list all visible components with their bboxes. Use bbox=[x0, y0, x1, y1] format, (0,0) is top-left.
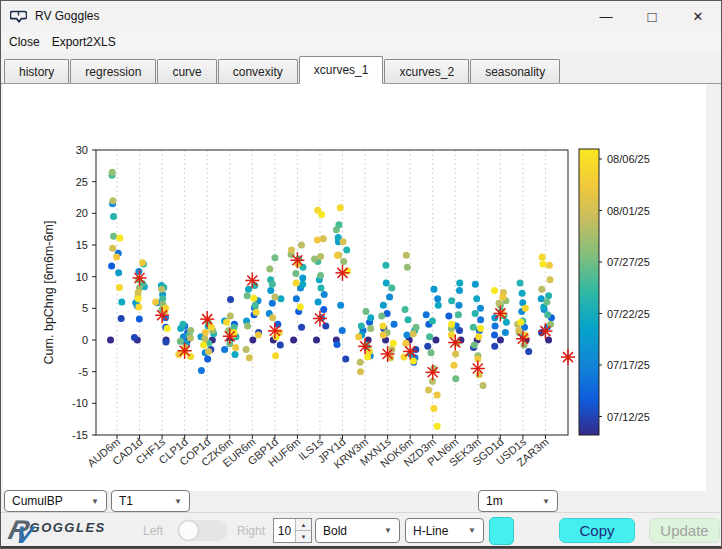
data-point bbox=[538, 286, 545, 293]
data-point bbox=[320, 235, 327, 242]
data-point bbox=[425, 387, 432, 394]
data-point bbox=[402, 306, 409, 313]
tab-curve[interactable]: curve bbox=[157, 59, 216, 83]
data-point bbox=[204, 355, 211, 362]
data-point bbox=[318, 211, 325, 218]
data-point bbox=[249, 337, 256, 344]
font-size-spinner[interactable]: 10 ▲ ▼ bbox=[273, 518, 312, 543]
data-point bbox=[380, 331, 387, 338]
data-point bbox=[448, 297, 455, 304]
goggles-app-icon bbox=[10, 9, 27, 24]
tab-regression[interactable]: regression bbox=[70, 59, 156, 83]
data-point bbox=[109, 197, 116, 204]
data-point bbox=[198, 367, 205, 374]
data-point bbox=[435, 302, 442, 309]
tab-xcurves-1[interactable]: xcurves_1 bbox=[299, 56, 384, 84]
tab-xcurves-2[interactable]: xcurves_2 bbox=[384, 59, 469, 83]
rv-goggles-logo: R V GOGGLES bbox=[9, 516, 106, 544]
svg-text:-5: -5 bbox=[78, 366, 88, 378]
data-point bbox=[456, 280, 463, 287]
minimize-button[interactable]: — bbox=[583, 1, 629, 31]
t1-select[interactable]: T1 ▼ bbox=[111, 490, 190, 512]
menu-item-close[interactable]: Close bbox=[1, 35, 46, 49]
svg-text:10: 10 bbox=[76, 271, 88, 283]
update-button[interactable]: Update bbox=[649, 518, 720, 543]
chevron-down-icon: ▼ bbox=[174, 497, 189, 506]
data-point bbox=[367, 325, 374, 332]
chevron-down-icon: ▼ bbox=[542, 497, 557, 506]
star-marker bbox=[561, 349, 575, 365]
data-point bbox=[320, 306, 327, 313]
menu-item-export2xls[interactable]: Export2XLS bbox=[46, 35, 122, 49]
tab-strip: history regression curve convexity xcurv… bbox=[1, 55, 721, 84]
data-point bbox=[202, 329, 209, 336]
data-point bbox=[205, 348, 212, 355]
data-point bbox=[525, 348, 532, 355]
svg-text:07/22/25: 07/22/25 bbox=[607, 308, 650, 320]
tab-convexity[interactable]: convexity bbox=[218, 59, 298, 83]
font-weight-select[interactable]: Bold ▼ bbox=[315, 518, 400, 543]
data-point bbox=[252, 302, 259, 309]
data-point bbox=[519, 290, 526, 297]
data-point bbox=[423, 311, 430, 318]
svg-text:-10: -10 bbox=[72, 397, 88, 409]
svg-text:Cum. bpChng [6m6m-6m]: Cum. bpChng [6m6m-6m] bbox=[42, 221, 56, 365]
tab-seasonality[interactable]: seasonality bbox=[470, 59, 560, 83]
star-marker bbox=[426, 364, 440, 380]
data-point bbox=[116, 235, 123, 242]
data-point bbox=[492, 323, 499, 330]
data-point bbox=[163, 338, 170, 345]
data-point bbox=[272, 293, 279, 300]
copy-button[interactable]: Copy bbox=[559, 518, 635, 543]
maximize-button[interactable]: □ bbox=[629, 1, 675, 31]
data-point bbox=[473, 295, 480, 302]
spinner-up-button[interactable]: ▲ bbox=[296, 519, 311, 531]
data-point bbox=[322, 323, 329, 330]
data-point bbox=[269, 300, 276, 307]
data-point bbox=[108, 262, 115, 269]
data-point bbox=[269, 281, 276, 288]
caption-buttons: — □ ✕ bbox=[583, 1, 721, 31]
data-point bbox=[386, 293, 393, 300]
data-point bbox=[517, 319, 524, 326]
data-point bbox=[522, 305, 529, 312]
data-point bbox=[115, 269, 122, 276]
data-point bbox=[317, 253, 324, 260]
data-point bbox=[187, 335, 194, 342]
data-point bbox=[107, 337, 114, 344]
tab-history[interactable]: history bbox=[4, 59, 69, 83]
chevron-down-icon: ▼ bbox=[384, 526, 399, 535]
data-point bbox=[495, 300, 502, 307]
color-chip-button[interactable] bbox=[489, 517, 514, 545]
data-point bbox=[424, 343, 431, 350]
close-button[interactable]: ✕ bbox=[675, 1, 721, 31]
svg-text:-15: -15 bbox=[72, 429, 88, 441]
data-point bbox=[298, 324, 305, 331]
left-right-toggle[interactable] bbox=[178, 520, 228, 541]
data-point bbox=[158, 286, 165, 293]
data-point bbox=[245, 286, 252, 293]
series-type-select[interactable]: CumulBP ▼ bbox=[4, 490, 107, 512]
data-point bbox=[499, 293, 506, 300]
chevron-down-icon: ▼ bbox=[91, 497, 106, 506]
data-point bbox=[267, 287, 274, 294]
data-point bbox=[380, 302, 387, 309]
tenor-select[interactable]: 1m ▼ bbox=[478, 490, 558, 512]
data-point bbox=[187, 327, 194, 334]
data-point bbox=[391, 321, 398, 328]
data-point bbox=[410, 330, 417, 337]
data-point bbox=[223, 319, 230, 326]
data-point bbox=[118, 315, 125, 322]
data-point bbox=[491, 343, 498, 350]
line-style-select[interactable]: H-Line ▼ bbox=[405, 518, 484, 543]
data-point bbox=[428, 349, 435, 356]
app-window: RV Goggles — □ ✕ Close Export2XLS histor… bbox=[0, 0, 722, 549]
svg-text:0: 0 bbox=[82, 334, 88, 346]
data-point bbox=[317, 285, 324, 292]
data-point bbox=[288, 247, 295, 254]
toggle-knob[interactable] bbox=[179, 521, 198, 540]
spinner-down-button[interactable]: ▼ bbox=[296, 531, 311, 542]
svg-text:25: 25 bbox=[76, 176, 88, 188]
data-point bbox=[472, 281, 479, 288]
svg-text:08/06/25: 08/06/25 bbox=[607, 153, 650, 165]
